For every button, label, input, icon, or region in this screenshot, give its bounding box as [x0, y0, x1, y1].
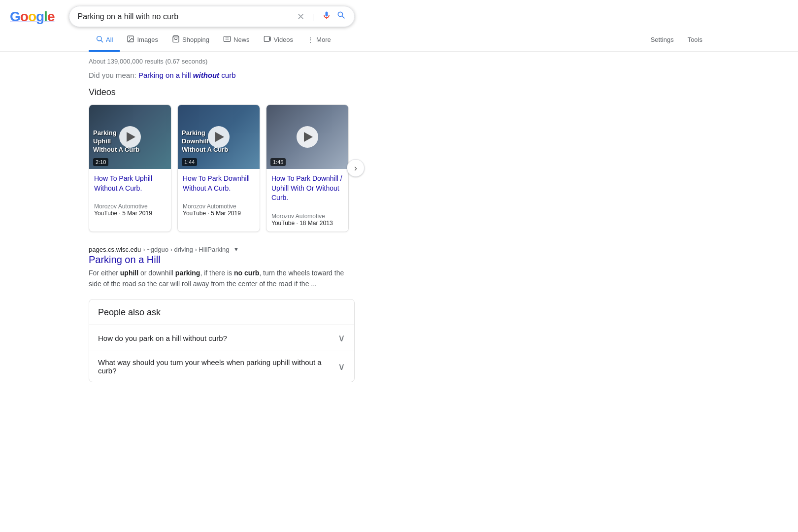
people-also-ask-section: People also ask How do you park on a hil…: [89, 299, 355, 382]
logo-o2: o: [28, 9, 36, 24]
video-info-3: How To Park Downhill / Uphill With Or Wi…: [266, 169, 348, 232]
result-title[interactable]: Parking on a Hill: [89, 254, 355, 266]
play-button-2[interactable]: [208, 126, 230, 148]
did-you-mean-link[interactable]: Parking on a hill without curb: [138, 71, 236, 79]
more-icon: ⋮: [307, 36, 314, 44]
video-title-3: How To Park Downhill / Uphill With Or Wi…: [271, 174, 343, 203]
video-thumb-2: Parking Downhill Without A Curb 1:44: [178, 105, 260, 169]
google-logo[interactable]: Google: [10, 9, 59, 25]
nav-tools[interactable]: Tools: [681, 30, 709, 51]
paa-chevron-2: ∨: [338, 361, 345, 372]
video-duration-2: 1:44: [182, 158, 197, 166]
play-button-3[interactable]: [297, 126, 318, 148]
video-title-2: How To Park Downhill Without A Curb.: [183, 174, 255, 193]
logo-e: e: [47, 9, 55, 24]
play-triangle-2: [215, 132, 224, 142]
video-thumb-3: 1:45: [266, 105, 348, 169]
video-info-2: How To Park Downhill Without A Curb. Mor…: [178, 169, 260, 222]
play-button-1[interactable]: [119, 126, 141, 148]
paa-title: People also ask: [89, 299, 354, 325]
svg-rect-5: [224, 36, 230, 42]
nav-item-images[interactable]: Images: [120, 29, 165, 52]
video-source-2: Morozov Automotive YouTube · 5 Mar 2019: [183, 203, 255, 217]
all-icon: [96, 35, 103, 44]
news-icon: [223, 35, 231, 44]
paa-chevron-1: ∨: [338, 332, 345, 344]
svg-line-1: [101, 40, 103, 42]
videos-next-button[interactable]: ›: [347, 159, 365, 177]
search-results-content: About 139,000,000 results (0.67 seconds)…: [0, 52, 443, 388]
play-triangle-3: [304, 132, 313, 142]
videos-icon: [264, 35, 271, 44]
svg-rect-8: [264, 36, 269, 42]
nav-item-more[interactable]: ⋮ More: [300, 30, 338, 51]
paa-question-2: What way should you turn your wheels whe…: [98, 358, 338, 375]
images-icon: [127, 35, 134, 44]
search-submit-icon[interactable]: [336, 10, 346, 23]
microphone-icon[interactable]: [322, 10, 332, 23]
nav-item-all[interactable]: All: [89, 29, 120, 52]
paa-item-2[interactable]: What way should you turn your wheels whe…: [89, 351, 354, 382]
videos-section: Videos Parking Uphill Without A Curb 2:1…: [89, 87, 355, 232]
video-source-1: Morozov Automotive YouTube · 5 Mar 2019: [94, 203, 166, 217]
search-input[interactable]: [77, 12, 297, 21]
shopping-icon: [172, 35, 180, 44]
video-title-1: How To Park Uphill Without A Curb.: [94, 174, 166, 193]
video-card-2[interactable]: Parking Downhill Without A Curb 1:44 How…: [177, 104, 260, 232]
logo-o1: o: [20, 9, 28, 24]
nav-item-shopping[interactable]: Shopping: [165, 29, 216, 52]
divider: |: [312, 13, 314, 21]
search-result-1: pages.cs.wisc.edu › ~gdguo › driving › H…: [89, 246, 355, 289]
svg-point-3: [129, 37, 130, 38]
video-duration-1: 2:10: [93, 158, 108, 166]
result-snippet: For either uphill or downhill parking, i…: [89, 267, 355, 289]
search-bar: ✕ |: [69, 6, 355, 27]
video-thumb-1: Parking Uphill Without A Curb 2:10: [89, 105, 171, 169]
video-card-3[interactable]: 1:45 How To Park Downhill / Uphill With …: [266, 104, 349, 232]
video-source-3: Morozov Automotive YouTube · 18 Mar 2013: [271, 213, 343, 227]
video-duration-3: 1:45: [270, 158, 286, 166]
search-icons: ✕ |: [297, 10, 347, 23]
search-nav: All Images Shopping News Videos ⋮ More S…: [0, 29, 798, 52]
svg-marker-9: [268, 36, 270, 42]
result-dropdown-icon[interactable]: ▼: [233, 246, 239, 253]
results-count: About 139,000,000 results (0.67 seconds): [89, 58, 355, 65]
logo-l: l: [44, 9, 47, 24]
logo-g: G: [10, 9, 20, 24]
paa-item-1[interactable]: How do you park on a hill without curb? …: [89, 325, 354, 351]
did-you-mean-label: Did you mean:: [89, 71, 136, 79]
videos-row: Parking Uphill Without A Curb 2:10 How T…: [89, 104, 355, 232]
nav-item-news[interactable]: News: [216, 29, 257, 52]
clear-icon[interactable]: ✕: [297, 11, 304, 22]
header: Google ✕ |: [0, 0, 798, 27]
video-card-1[interactable]: Parking Uphill Without A Curb 2:10 How T…: [89, 104, 171, 232]
paa-question-1: How do you park on a hill without curb?: [98, 334, 227, 342]
nav-settings[interactable]: Settings: [644, 30, 681, 51]
play-triangle-1: [127, 132, 135, 142]
result-url: pages.cs.wisc.edu › ~gdguo › driving › H…: [89, 246, 355, 253]
did-you-mean: Did you mean: Parking on a hill without …: [89, 71, 355, 79]
video-info-1: How To Park Uphill Without A Curb. Moroz…: [89, 169, 171, 222]
nav-item-videos[interactable]: Videos: [257, 29, 300, 52]
logo-g2: g: [36, 9, 44, 24]
videos-section-title: Videos: [89, 87, 355, 98]
